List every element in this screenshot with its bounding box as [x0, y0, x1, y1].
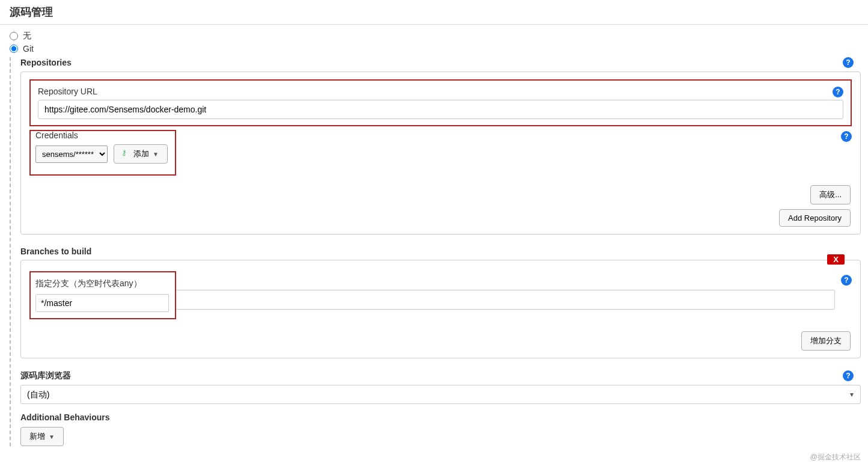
delete-branch-button[interactable]: X — [827, 254, 845, 265]
branch-specifier-highlight: 指定分支（为空时代表any） — [29, 271, 176, 319]
credentials-add-button[interactable]: 添加 ▼ — [114, 144, 168, 164]
radio-git-label: Git — [23, 44, 34, 54]
branch-input-continuation[interactable] — [176, 290, 835, 310]
credentials-select[interactable]: sensems/****** — [35, 146, 108, 163]
section-title: 源码管理 — [0, 0, 868, 25]
help-icon[interactable]: ? — [841, 275, 852, 286]
repo-browser-select[interactable]: (自动) — [20, 385, 861, 404]
help-icon[interactable]: ? — [841, 131, 852, 142]
add-repository-button[interactable]: Add Repository — [779, 209, 851, 227]
repo-url-input[interactable] — [38, 100, 843, 119]
add-label: 添加 — [133, 149, 149, 159]
branches-panel: X 指定分支（为空时代表any） ? 增加分支 — [20, 260, 861, 358]
repo-browser-title: 源码库浏览器 — [20, 370, 71, 381]
radio-git[interactable] — [10, 44, 18, 53]
repositories-panel: Repository URL ? Credentials sensems/***… — [20, 72, 861, 235]
additional-behaviours-title: Additional Behaviours — [20, 412, 868, 422]
branches-title: Branches to build — [20, 247, 868, 256]
add-behaviour-button[interactable]: 新增 ▼ — [20, 427, 64, 446]
repositories-title: Repositories — [20, 58, 72, 67]
advanced-button[interactable]: 高级... — [810, 185, 851, 204]
repo-url-highlight: Repository URL ? — [29, 79, 852, 126]
branch-specifier-label: 指定分支（为空时代表any） — [35, 278, 169, 289]
add-branch-button[interactable]: 增加分支 — [801, 331, 851, 351]
radio-none-label: 无 — [23, 31, 31, 41]
credentials-label: Credentials — [35, 130, 78, 140]
key-icon — [123, 151, 131, 157]
credentials-highlight: Credentials sensems/****** 添加 ▼ — [29, 130, 176, 176]
chevron-down-icon: ▼ — [49, 434, 55, 440]
help-icon[interactable]: ? — [843, 57, 854, 68]
repo-url-label: Repository URL — [38, 87, 97, 96]
branch-specifier-input[interactable] — [35, 294, 169, 312]
radio-none[interactable] — [10, 32, 18, 40]
help-icon[interactable]: ? — [833, 87, 843, 97]
chevron-down-icon: ▼ — [153, 151, 159, 158]
add-behaviour-label: 新增 — [29, 431, 45, 442]
help-icon[interactable]: ? — [843, 370, 854, 381]
scm-none-row[interactable]: 无 — [10, 31, 858, 41]
scm-git-row[interactable]: Git — [10, 44, 858, 54]
